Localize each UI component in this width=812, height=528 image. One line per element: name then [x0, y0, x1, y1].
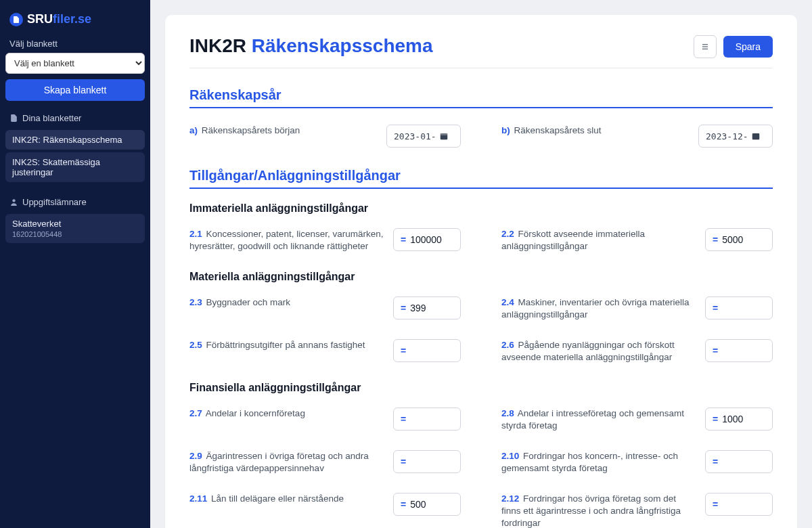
input-2-3[interactable]: = [393, 296, 461, 320]
form-card: INK2R Räkenskapsschema Spara Räkenskapså… [165, 15, 797, 528]
field-2-8: 2.8 Andelar i intresseföretag och ge­men… [501, 402, 773, 437]
input-2-9[interactable]: = [393, 450, 461, 473]
brand-prefix: SRU [27, 12, 53, 26]
field-2-11: 2.11 Lån till delägare eller närstående … [189, 487, 461, 528]
uppgift-heading: Uppgiftslämnare [5, 185, 145, 211]
brand-suffix: filer.se [53, 12, 91, 26]
date-start-input[interactable]: 2023-01- [386, 125, 461, 148]
logo-icon [9, 13, 23, 26]
main-content: INK2R Räkenskapsschema Spara Räkenskapså… [150, 0, 812, 528]
section-tillgangar-title: Tillgångar/Anläggningstillgångar [189, 168, 773, 189]
svg-point-0 [12, 199, 15, 202]
svg-rect-5 [440, 133, 447, 135]
input-2-2[interactable]: = [705, 228, 773, 251]
field-2-9: 2.9 Ägarintressen i övriga företag och a… [189, 445, 461, 479]
field-b: b) Räkenskapsårets slut 2023-12- [501, 119, 773, 153]
field-a: a) Räkenskapsårets början 2023-01- [189, 119, 461, 153]
date-end-input[interactable]: 2023-12- [698, 125, 773, 148]
field-2-4: 2.4 Maskiner, inventarier och övriga mat… [501, 291, 773, 326]
input-2-8[interactable]: = [705, 408, 773, 431]
sidebar-item-ink2s[interactable]: INK2S: Skattemässiga justeringar [5, 152, 145, 182]
blanketter-heading: Dina blanketter [5, 101, 145, 127]
svg-rect-6 [752, 133, 759, 139]
input-2-12[interactable]: = [705, 493, 773, 516]
field-2-5: 2.5 Förbättringsutgifter på annans fasti… [189, 334, 461, 368]
calendar-icon [439, 131, 449, 141]
card-header: INK2R Räkenskapsschema Spara [189, 35, 773, 68]
input-2-11[interactable]: = [393, 493, 461, 516]
blankett-select[interactable]: Välj en blankett [5, 53, 145, 74]
field-2-7: 2.7 Andelar i koncernföretag = [189, 402, 461, 437]
section-rakenskapsar-title: Räkenskapsår [189, 87, 773, 108]
list-icon [700, 41, 710, 52]
input-2-4[interactable]: = [705, 296, 773, 320]
user-icon [9, 198, 18, 206]
field-2-6: 2.6 Pågående nyanläggningar och för­skot… [501, 334, 773, 368]
list-view-button[interactable] [694, 35, 717, 58]
input-2-6[interactable]: = [705, 339, 773, 362]
input-2-1[interactable]: = [393, 228, 461, 251]
input-2-5[interactable]: = [393, 339, 461, 362]
field-2-12: 2.12 Fordringar hos övriga företag som d… [501, 487, 773, 528]
input-2-7[interactable]: = [393, 408, 461, 431]
sidebar-item-ink2r[interactable]: INK2R: Räkenskapsschema [5, 130, 145, 150]
field-2-10: 2.10 Fordringar hos koncern-, intresse- … [501, 445, 773, 479]
subsection-finansiella: Finansiella anläggningstillgångar [189, 382, 773, 394]
field-2-2: 2.2 Förskott avseende immateriella anläg… [501, 223, 773, 257]
field-2-3: 2.3 Byggnader och mark = [189, 291, 461, 326]
document-icon [9, 114, 18, 123]
save-button[interactable]: Spara [723, 36, 773, 58]
sidebar: SRUfiler.se Välj blankett Välj en blanke… [0, 0, 150, 528]
input-2-10[interactable]: = [705, 450, 773, 473]
calendar-icon [751, 131, 761, 141]
create-blankett-button[interactable]: Skapa blankett [5, 79, 145, 101]
field-2-1: 2.1 Koncessioner, patent, licenser, va­r… [189, 223, 461, 257]
subsection-materiella: Materiella anläggningstillgångar [189, 271, 773, 283]
brand-logo: SRUfiler.se [5, 9, 145, 36]
select-label: Välj blankett [5, 36, 145, 53]
sidebar-item-uppgift[interactable]: Skatteverket 162021005448 [5, 214, 145, 243]
subsection-immateriella: Immateriella anläggningstillgångar [189, 202, 773, 215]
page-title: INK2R Räkenskapsschema [189, 35, 433, 57]
